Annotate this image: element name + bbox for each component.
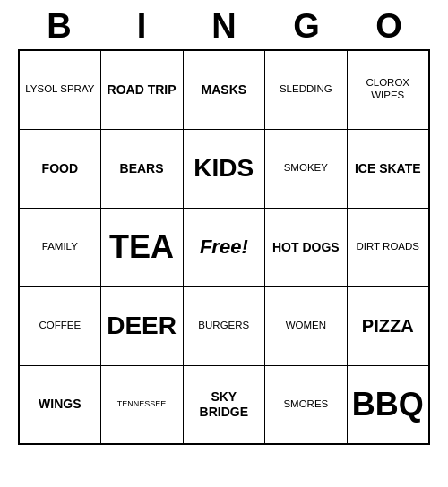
bingo-cell: COFFEE <box>19 286 100 365</box>
bingo-cell: PIZZA <box>347 286 429 365</box>
cell-label: ICE SKATE <box>351 161 425 176</box>
cell-label: PIZZA <box>351 315 425 337</box>
bingo-cell: BURGERS <box>183 286 265 365</box>
bingo-letter: G <box>267 7 346 46</box>
bingo-cell: ROAD TRIP <box>100 50 183 129</box>
cell-label: CLOROX WIPES <box>351 77 425 102</box>
cell-label: LYSOL SPRAY <box>23 83 97 96</box>
cell-label: COFFEE <box>23 320 97 332</box>
bingo-cell: DIRT ROADS <box>347 208 429 286</box>
bingo-letter: N <box>185 7 263 46</box>
bingo-cell: FOOD <box>19 129 100 208</box>
bingo-cell: ICE SKATE <box>347 129 429 208</box>
bingo-cell: LYSOL SPRAY <box>19 50 100 129</box>
bingo-cell: HOT DOGS <box>265 208 347 286</box>
bingo-cell: SLEDDING <box>265 50 347 129</box>
cell-label: SLEDDING <box>269 83 342 96</box>
cell-label: SMORES <box>269 398 342 411</box>
cell-label: ROAD TRIP <box>105 82 179 98</box>
cell-label: TENNESSEE <box>105 399 179 409</box>
bingo-letter: B <box>20 7 99 46</box>
bingo-cell: MASKS <box>183 50 265 129</box>
bingo-cell: DEER <box>100 286 183 365</box>
cell-label: BBQ <box>351 385 425 423</box>
cell-label: FOOD <box>23 161 97 176</box>
cell-label: KIDS <box>187 153 262 184</box>
cell-label: SMOKEY <box>269 162 342 175</box>
bingo-cell: TENNESSEE <box>100 365 183 444</box>
bingo-cell: Free! <box>183 208 265 286</box>
cell-label: DIRT ROADS <box>351 241 425 253</box>
cell-label: FAMILY <box>23 241 97 253</box>
cell-label: DEER <box>105 311 179 341</box>
bingo-cell: SMORES <box>265 365 347 444</box>
cell-label: BURGERS <box>187 320 262 332</box>
bingo-cell: WOMEN <box>265 286 347 365</box>
bingo-letter: O <box>349 7 428 46</box>
bingo-cell: BBQ <box>347 365 429 444</box>
bingo-cell: SMOKEY <box>265 129 347 208</box>
bingo-cell: TEA <box>100 208 183 286</box>
cell-label: TEA <box>105 227 179 266</box>
bingo-cell: BEARS <box>100 129 183 208</box>
cell-label: Free! <box>187 235 262 259</box>
bingo-grid: LYSOL SPRAYROAD TRIPMASKSSLEDDINGCLOROX … <box>18 49 430 445</box>
cell-label: WOMEN <box>269 320 342 332</box>
bingo-title: BINGO <box>18 0 430 49</box>
bingo-cell: CLOROX WIPES <box>347 50 429 129</box>
bingo-cell: FAMILY <box>19 208 100 286</box>
cell-label: HOT DOGS <box>269 240 342 255</box>
bingo-cell: WINGS <box>19 365 100 444</box>
cell-label: MASKS <box>187 82 262 98</box>
bingo-cell: KIDS <box>183 129 265 208</box>
cell-label: SKY BRIDGE <box>187 389 262 420</box>
cell-label: BEARS <box>105 161 179 176</box>
bingo-letter: I <box>102 7 181 46</box>
bingo-cell: SKY BRIDGE <box>183 365 265 444</box>
cell-label: WINGS <box>23 397 97 412</box>
